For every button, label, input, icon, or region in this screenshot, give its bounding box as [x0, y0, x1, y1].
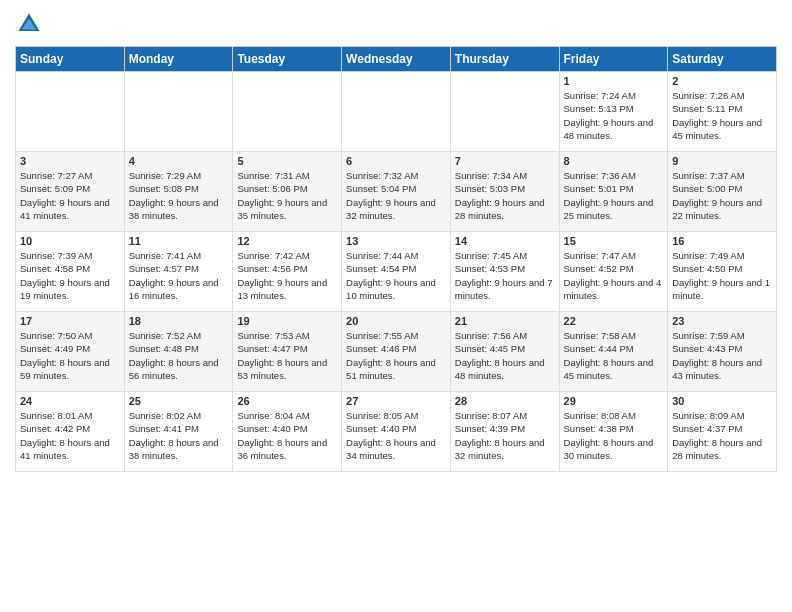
- day-number: 23: [672, 315, 772, 327]
- day-info: Sunrise: 7:29 AMSunset: 5:08 PMDaylight:…: [129, 169, 229, 222]
- day-number: 27: [346, 395, 446, 407]
- day-info: Sunrise: 7:52 AMSunset: 4:48 PMDaylight:…: [129, 329, 229, 382]
- calendar-cell: 19Sunrise: 7:53 AMSunset: 4:47 PMDayligh…: [233, 312, 342, 392]
- weekday-header-wednesday: Wednesday: [342, 47, 451, 72]
- day-number: 19: [237, 315, 337, 327]
- day-info: Sunrise: 7:24 AMSunset: 5:13 PMDaylight:…: [564, 89, 664, 142]
- day-info: Sunrise: 8:09 AMSunset: 4:37 PMDaylight:…: [672, 409, 772, 462]
- day-number: 18: [129, 315, 229, 327]
- day-number: 24: [20, 395, 120, 407]
- day-info: Sunrise: 7:55 AMSunset: 4:46 PMDaylight:…: [346, 329, 446, 382]
- calendar-cell: 2Sunrise: 7:26 AMSunset: 5:11 PMDaylight…: [668, 72, 777, 152]
- day-number: 4: [129, 155, 229, 167]
- day-number: 22: [564, 315, 664, 327]
- day-number: 13: [346, 235, 446, 247]
- calendar-cell: 25Sunrise: 8:02 AMSunset: 4:41 PMDayligh…: [124, 392, 233, 472]
- calendar-cell: [450, 72, 559, 152]
- calendar-cell: 7Sunrise: 7:34 AMSunset: 5:03 PMDaylight…: [450, 152, 559, 232]
- day-number: 14: [455, 235, 555, 247]
- calendar-cell: 21Sunrise: 7:56 AMSunset: 4:45 PMDayligh…: [450, 312, 559, 392]
- day-info: Sunrise: 7:42 AMSunset: 4:56 PMDaylight:…: [237, 249, 337, 302]
- day-number: 10: [20, 235, 120, 247]
- weekday-header-monday: Monday: [124, 47, 233, 72]
- calendar-cell: 4Sunrise: 7:29 AMSunset: 5:08 PMDaylight…: [124, 152, 233, 232]
- day-number: 3: [20, 155, 120, 167]
- day-number: 7: [455, 155, 555, 167]
- calendar-cell: 18Sunrise: 7:52 AMSunset: 4:48 PMDayligh…: [124, 312, 233, 392]
- calendar-cell: 23Sunrise: 7:59 AMSunset: 4:43 PMDayligh…: [668, 312, 777, 392]
- calendar-cell: [124, 72, 233, 152]
- day-number: 29: [564, 395, 664, 407]
- weekday-header-friday: Friday: [559, 47, 668, 72]
- calendar-cell: 13Sunrise: 7:44 AMSunset: 4:54 PMDayligh…: [342, 232, 451, 312]
- day-number: 25: [129, 395, 229, 407]
- calendar-cell: [233, 72, 342, 152]
- weekday-header-row: SundayMondayTuesdayWednesdayThursdayFrid…: [16, 47, 777, 72]
- logo-icon: [15, 10, 43, 38]
- calendar-week-2: 3Sunrise: 7:27 AMSunset: 5:09 PMDaylight…: [16, 152, 777, 232]
- calendar-cell: 5Sunrise: 7:31 AMSunset: 5:06 PMDaylight…: [233, 152, 342, 232]
- weekday-header-thursday: Thursday: [450, 47, 559, 72]
- day-number: 12: [237, 235, 337, 247]
- logo: [15, 10, 47, 38]
- day-info: Sunrise: 7:53 AMSunset: 4:47 PMDaylight:…: [237, 329, 337, 382]
- calendar-cell: 9Sunrise: 7:37 AMSunset: 5:00 PMDaylight…: [668, 152, 777, 232]
- calendar-cell: 29Sunrise: 8:08 AMSunset: 4:38 PMDayligh…: [559, 392, 668, 472]
- calendar-cell: 27Sunrise: 8:05 AMSunset: 4:40 PMDayligh…: [342, 392, 451, 472]
- day-number: 20: [346, 315, 446, 327]
- day-info: Sunrise: 7:27 AMSunset: 5:09 PMDaylight:…: [20, 169, 120, 222]
- day-info: Sunrise: 7:50 AMSunset: 4:49 PMDaylight:…: [20, 329, 120, 382]
- weekday-header-tuesday: Tuesday: [233, 47, 342, 72]
- calendar-cell: 11Sunrise: 7:41 AMSunset: 4:57 PMDayligh…: [124, 232, 233, 312]
- calendar-cell: 14Sunrise: 7:45 AMSunset: 4:53 PMDayligh…: [450, 232, 559, 312]
- day-number: 1: [564, 75, 664, 87]
- calendar-cell: 26Sunrise: 8:04 AMSunset: 4:40 PMDayligh…: [233, 392, 342, 472]
- calendar-cell: 20Sunrise: 7:55 AMSunset: 4:46 PMDayligh…: [342, 312, 451, 392]
- calendar-week-1: 1Sunrise: 7:24 AMSunset: 5:13 PMDaylight…: [16, 72, 777, 152]
- calendar-cell: 1Sunrise: 7:24 AMSunset: 5:13 PMDaylight…: [559, 72, 668, 152]
- calendar-week-5: 24Sunrise: 8:01 AMSunset: 4:42 PMDayligh…: [16, 392, 777, 472]
- day-info: Sunrise: 8:08 AMSunset: 4:38 PMDaylight:…: [564, 409, 664, 462]
- day-number: 8: [564, 155, 664, 167]
- day-number: 11: [129, 235, 229, 247]
- day-number: 16: [672, 235, 772, 247]
- day-info: Sunrise: 7:34 AMSunset: 5:03 PMDaylight:…: [455, 169, 555, 222]
- calendar-cell: 24Sunrise: 8:01 AMSunset: 4:42 PMDayligh…: [16, 392, 125, 472]
- day-info: Sunrise: 7:41 AMSunset: 4:57 PMDaylight:…: [129, 249, 229, 302]
- day-number: 15: [564, 235, 664, 247]
- day-info: Sunrise: 7:39 AMSunset: 4:58 PMDaylight:…: [20, 249, 120, 302]
- day-info: Sunrise: 7:45 AMSunset: 4:53 PMDaylight:…: [455, 249, 555, 302]
- calendar-cell: 30Sunrise: 8:09 AMSunset: 4:37 PMDayligh…: [668, 392, 777, 472]
- day-info: Sunrise: 7:59 AMSunset: 4:43 PMDaylight:…: [672, 329, 772, 382]
- day-info: Sunrise: 7:44 AMSunset: 4:54 PMDaylight:…: [346, 249, 446, 302]
- calendar-cell: 16Sunrise: 7:49 AMSunset: 4:50 PMDayligh…: [668, 232, 777, 312]
- day-info: Sunrise: 7:49 AMSunset: 4:50 PMDaylight:…: [672, 249, 772, 302]
- weekday-header-saturday: Saturday: [668, 47, 777, 72]
- weekday-header-sunday: Sunday: [16, 47, 125, 72]
- day-info: Sunrise: 7:26 AMSunset: 5:11 PMDaylight:…: [672, 89, 772, 142]
- day-info: Sunrise: 7:47 AMSunset: 4:52 PMDaylight:…: [564, 249, 664, 302]
- calendar-cell: 22Sunrise: 7:58 AMSunset: 4:44 PMDayligh…: [559, 312, 668, 392]
- day-number: 5: [237, 155, 337, 167]
- calendar-week-3: 10Sunrise: 7:39 AMSunset: 4:58 PMDayligh…: [16, 232, 777, 312]
- day-info: Sunrise: 7:37 AMSunset: 5:00 PMDaylight:…: [672, 169, 772, 222]
- page-container: SundayMondayTuesdayWednesdayThursdayFrid…: [0, 0, 792, 482]
- day-info: Sunrise: 8:04 AMSunset: 4:40 PMDaylight:…: [237, 409, 337, 462]
- calendar-week-4: 17Sunrise: 7:50 AMSunset: 4:49 PMDayligh…: [16, 312, 777, 392]
- day-info: Sunrise: 8:02 AMSunset: 4:41 PMDaylight:…: [129, 409, 229, 462]
- calendar-cell: 17Sunrise: 7:50 AMSunset: 4:49 PMDayligh…: [16, 312, 125, 392]
- day-info: Sunrise: 7:58 AMSunset: 4:44 PMDaylight:…: [564, 329, 664, 382]
- page-header: [15, 10, 777, 38]
- calendar-cell: 6Sunrise: 7:32 AMSunset: 5:04 PMDaylight…: [342, 152, 451, 232]
- calendar-cell: 12Sunrise: 7:42 AMSunset: 4:56 PMDayligh…: [233, 232, 342, 312]
- day-number: 9: [672, 155, 772, 167]
- day-info: Sunrise: 7:32 AMSunset: 5:04 PMDaylight:…: [346, 169, 446, 222]
- day-info: Sunrise: 8:01 AMSunset: 4:42 PMDaylight:…: [20, 409, 120, 462]
- calendar-cell: 28Sunrise: 8:07 AMSunset: 4:39 PMDayligh…: [450, 392, 559, 472]
- calendar-cell: 3Sunrise: 7:27 AMSunset: 5:09 PMDaylight…: [16, 152, 125, 232]
- day-info: Sunrise: 8:07 AMSunset: 4:39 PMDaylight:…: [455, 409, 555, 462]
- calendar-table: SundayMondayTuesdayWednesdayThursdayFrid…: [15, 46, 777, 472]
- day-number: 2: [672, 75, 772, 87]
- day-info: Sunrise: 7:31 AMSunset: 5:06 PMDaylight:…: [237, 169, 337, 222]
- day-number: 6: [346, 155, 446, 167]
